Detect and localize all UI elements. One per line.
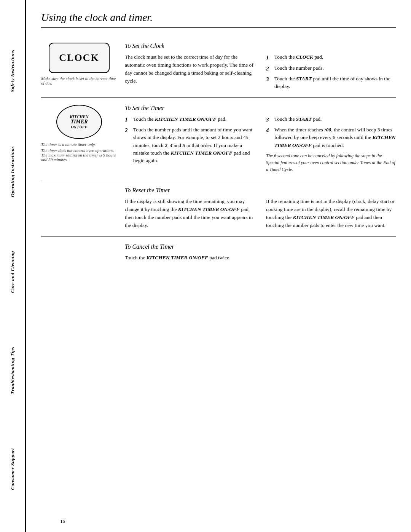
clock-body-text: The clock must be set to the correct tim… [125, 53, 255, 85]
clock-step-3-text: Touch the START pad until the time of da… [274, 75, 396, 91]
set-timer-two-col: 1 Touch the KITCHEN TIMER ON/OFF pad. 2 … [125, 115, 396, 173]
section-reset-timer: To Reset the Timer If the display is sti… [41, 180, 396, 237]
set-timer-section-content: To Set the Timer 1 Touch the KITCHEN TIM… [125, 105, 396, 173]
set-timer-step-3-text: Touch the START pad. [274, 115, 322, 123]
set-timer-step-2-text: Touch the number pads until the amount o… [133, 126, 255, 165]
clock-section-title: To Set the Clock [125, 43, 396, 50]
set-timer-step-2-num: 2 [125, 126, 131, 135]
sidebar-item-operating: Operating Instructions [10, 146, 16, 197]
set-timer-step-1: 1 Touch the KITCHEN TIMER ON/OFF pad. [125, 115, 255, 124]
set-timer-step-1-num: 1 [125, 115, 131, 124]
timer-caption-2: The timer does not control oven operatio… [41, 148, 117, 162]
set-timer-step-2: 2 Touch the number pads until the amount… [125, 126, 255, 165]
sidebar: Safety Instructions Operating Instructio… [0, 0, 26, 532]
reset-timer-left-text: If the display is still showing the time… [125, 198, 255, 230]
main-content: Using the clock and timer. CLOCK Make su… [26, 0, 411, 532]
sidebar-item-troubleshooting: Troubleshooting Tips [10, 347, 16, 394]
clock-col-left: The clock must be set to the correct tim… [125, 53, 255, 91]
clock-label: CLOCK [59, 52, 99, 64]
clock-step-1-text: Touch the CLOCK pad. [274, 53, 323, 61]
sidebar-item-safety: Safety Instructions [10, 50, 16, 92]
section-clock: CLOCK Make sure the clock is set to the … [41, 36, 396, 98]
clock-two-col: The clock must be set to the correct tim… [125, 53, 396, 91]
section-cancel-timer: To Cancel the Timer Touch the KITCHEN TI… [41, 236, 396, 269]
reset-timer-right-text: If the remaining time is not in the disp… [266, 198, 396, 230]
timer-image: KITCHEN TIMER ON / OFF [56, 105, 102, 139]
set-timer-steps-left: 1 Touch the KITCHEN TIMER ON/OFF pad. 2 … [125, 115, 255, 165]
clock-step-1-num: 1 [266, 53, 272, 62]
set-timer-note: The 6 second tone can be canceled by fol… [266, 152, 396, 173]
section-set-timer: KITCHEN TIMER ON / OFF The timer is a mi… [41, 98, 396, 180]
clock-col-right: 1 Touch the CLOCK pad. 2 Touch the numbe… [266, 53, 396, 91]
set-timer-steps-right: 3 Touch the START pad. 4 When the timer … [266, 115, 396, 149]
set-timer-col-right: 3 Touch the START pad. 4 When the timer … [266, 115, 396, 173]
clock-caption: Make sure the clock is set to the correc… [41, 76, 117, 85]
set-timer-step-1-text: Touch the KITCHEN TIMER ON/OFF pad. [133, 115, 226, 123]
set-timer-step-3: 3 Touch the START pad. [266, 115, 396, 124]
reset-timer-title: To Reset the Timer [125, 187, 396, 194]
clock-step-2-text: Touch the number pads. [274, 64, 324, 72]
clock-image: CLOCK [49, 43, 110, 73]
set-timer-col-left: 1 Touch the KITCHEN TIMER ON/OFF pad. 2 … [125, 115, 255, 173]
set-timer-step-4-num: 4 [266, 126, 272, 135]
set-timer-title: To Set the Timer [125, 105, 396, 112]
clock-step-3: 3 Touch the START pad until the time of … [266, 75, 396, 91]
cancel-timer-title: To Cancel the Timer [125, 243, 396, 250]
cancel-timer-body: Touch the KITCHEN TIMER ON/OFF pad twice… [125, 254, 396, 262]
clock-step-2-num: 2 [266, 64, 272, 73]
sidebar-item-consumer: Consumer Support [10, 448, 16, 490]
timer-section-left: KITCHEN TIMER ON / OFF The timer is a mi… [41, 105, 117, 173]
reset-timer-col-right: If the remaining time is not in the disp… [266, 198, 396, 230]
page-title: Using the clock and timer. [41, 11, 396, 28]
set-timer-step-4-text: When the timer reaches :00, the control … [274, 126, 396, 149]
timer-caption-1: The timer is a minute timer only. [41, 142, 117, 147]
set-timer-step-4: 4 When the timer reaches :00, the contro… [266, 126, 396, 149]
reset-timer-col-left: If the display is still showing the time… [125, 198, 255, 230]
timer-label-1: KITCHEN [70, 114, 89, 119]
set-timer-step-3-num: 3 [266, 115, 272, 124]
sidebar-item-care: Care and Cleaning [10, 251, 16, 293]
timer-label-3: ON / OFF [71, 125, 88, 129]
clock-steps: 1 Touch the CLOCK pad. 2 Touch the numbe… [266, 53, 396, 91]
reset-timer-section-content: To Reset the Timer If the display is sti… [125, 187, 396, 230]
reset-timer-two-col: If the display is still showing the time… [125, 198, 396, 230]
clock-step-1: 1 Touch the CLOCK pad. [266, 53, 396, 62]
clock-section-left: CLOCK Make sure the clock is set to the … [41, 43, 117, 91]
clock-step-2: 2 Touch the number pads. [266, 64, 396, 73]
cancel-timer-section-content: To Cancel the Timer Touch the KITCHEN TI… [125, 243, 396, 262]
page-number: 16 [60, 518, 65, 524]
timer-label-2: TIMER [70, 119, 88, 125]
clock-section-content: To Set the Clock The clock must be set t… [125, 43, 396, 91]
clock-step-3-num: 3 [266, 75, 272, 84]
